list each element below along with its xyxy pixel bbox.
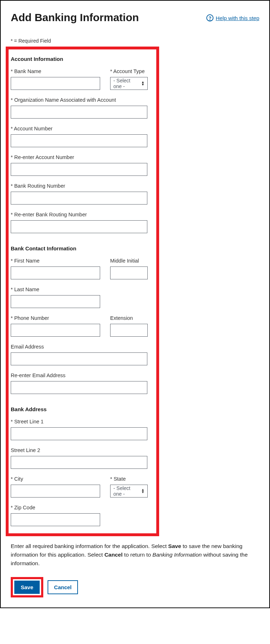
label-re-account-number: * Re-enter Account Number [11,154,147,160]
label-zip: * Zip Code [11,505,100,510]
label-routing: * Bank Routing Number [11,183,147,189]
city-input[interactable] [11,485,100,498]
account-type-selected: - Select one - [113,78,139,89]
email-input[interactable] [11,352,147,365]
page-title: Add Banking Information [11,11,139,24]
label-street1: * Street Line 1 [11,419,147,424]
label-bank-name: * Bank Name [11,68,100,74]
help-link[interactable]: ? Help with this step [206,14,259,21]
label-account-type: * Account Type [110,68,148,74]
re-routing-input[interactable] [11,220,147,233]
instructions-text: Enter all required banking information f… [11,542,259,568]
chevron-sort-icon: ▲▼ [141,489,144,494]
phone-input[interactable] [11,324,100,337]
routing-input[interactable] [11,192,147,205]
label-account-number: * Account Number [11,126,147,131]
section-heading-account: Account Information [11,56,154,62]
street2-input[interactable] [11,456,147,469]
save-highlight: Save [11,577,43,597]
label-re-routing: * Re-enter Bank Routing Number [11,212,147,217]
first-name-input[interactable] [11,266,100,279]
help-link-label: Help with this step [216,15,259,21]
label-org-name: * Organization Name Associated with Acco… [11,97,147,103]
zip-input[interactable] [11,513,100,526]
chevron-sort-icon: ▲▼ [141,81,144,86]
middle-initial-input[interactable] [110,266,148,279]
label-middle-initial: Middle Initial [110,258,148,264]
account-number-input[interactable] [11,134,147,147]
state-select[interactable]: - Select one - ▲▼ [110,485,148,498]
section-heading-address: Bank Address [11,406,154,412]
re-email-input[interactable] [11,381,147,394]
required-field-note: * = Required Field [11,38,259,44]
label-state: * State [110,476,148,482]
account-type-select[interactable]: - Select one - ▲▼ [110,77,148,90]
label-city: * City [11,476,100,482]
page-container: Add Banking Information ? Help with this… [0,0,270,608]
label-first-name: * First Name [11,258,100,264]
label-street2: Street Line 2 [11,447,147,453]
org-name-input[interactable] [11,106,147,119]
state-selected: - Select one - [113,485,139,497]
button-row: Save Cancel [11,577,259,597]
label-email: Email Address [11,344,147,350]
highlighted-form-area: Account Information * Bank Name * Accoun… [6,47,159,536]
label-last-name: * Last Name [11,287,100,292]
cancel-button[interactable]: Cancel [48,580,78,594]
bank-name-input[interactable] [11,77,100,90]
save-button[interactable]: Save [14,581,40,594]
help-icon: ? [206,14,213,21]
label-phone: * Phone Number [11,315,100,321]
label-extension: Extension [110,315,148,321]
extension-input[interactable] [110,324,148,337]
label-re-email: Re-enter Email Address [11,373,147,378]
last-name-input[interactable] [11,295,100,308]
re-account-number-input[interactable] [11,163,147,176]
street1-input[interactable] [11,427,147,440]
section-heading-contact: Bank Contact Information [11,245,154,251]
header-row: Add Banking Information ? Help with this… [11,11,259,24]
